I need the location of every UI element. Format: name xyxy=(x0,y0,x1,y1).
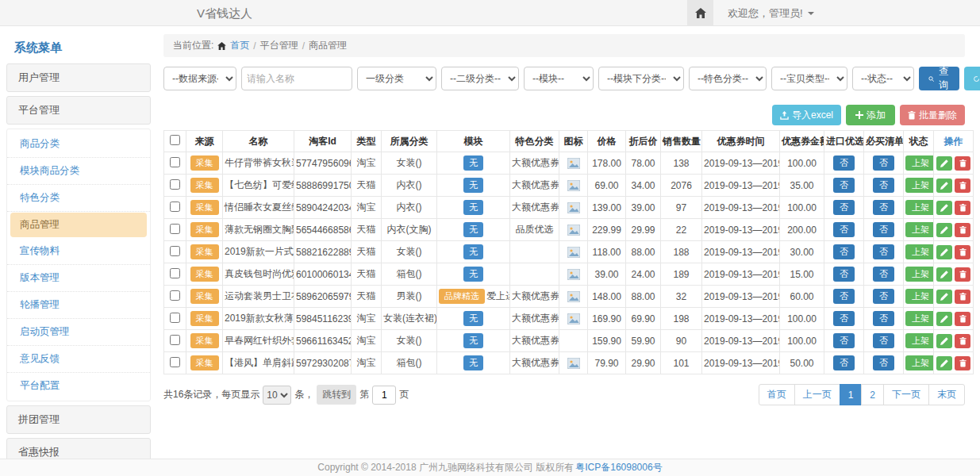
import-select-toggle[interactable]: 否 xyxy=(833,222,855,237)
delete-button[interactable] xyxy=(955,178,970,193)
status-on-shelf-button[interactable]: 上架 xyxy=(905,311,934,326)
per-page-select[interactable]: 10 xyxy=(263,386,291,405)
home-button[interactable] xyxy=(687,0,713,26)
sidebar-item[interactable]: 启动页管理 xyxy=(7,319,150,346)
status-on-shelf-button[interactable]: 上架 xyxy=(905,244,934,259)
add-button[interactable]: 添加 xyxy=(846,105,895,125)
page-button-2[interactable]: 2 xyxy=(861,384,884,405)
must-buy-toggle[interactable]: 否 xyxy=(873,222,894,237)
must-buy-toggle[interactable]: 否 xyxy=(873,178,894,193)
page-button-末页[interactable]: 末页 xyxy=(928,384,965,405)
status-on-shelf-button[interactable]: 上架 xyxy=(905,289,934,304)
must-buy-toggle[interactable]: 否 xyxy=(873,333,894,348)
search-button[interactable]: 查询 xyxy=(919,67,959,90)
page-button-下一页[interactable]: 下一页 xyxy=(883,384,929,405)
sidebar-item[interactable]: 特色分类 xyxy=(7,185,150,212)
sidebar-group[interactable]: 平台管理 xyxy=(6,96,151,125)
batch-delete-button[interactable]: 批量删除 xyxy=(900,105,965,125)
edit-button[interactable] xyxy=(936,178,952,193)
edit-button[interactable] xyxy=(936,312,952,326)
edit-button[interactable] xyxy=(936,223,952,237)
breadcrumb-home-link[interactable]: 首页 xyxy=(230,39,249,52)
status-on-shelf-button[interactable]: 上架 xyxy=(905,155,934,171)
import-select-toggle[interactable]: 否 xyxy=(833,289,855,304)
level1-category-select[interactable]: 一级分类 xyxy=(357,67,436,90)
sidebar-item-active[interactable]: 商品管理 xyxy=(10,213,147,237)
module-sub-category-select[interactable]: --模块下分类-- xyxy=(598,67,684,90)
import-select-toggle[interactable]: 否 xyxy=(833,355,855,370)
import-select-toggle[interactable]: 否 xyxy=(833,267,855,282)
row-checkbox[interactable] xyxy=(170,157,180,167)
module-select[interactable]: --模块-- xyxy=(524,67,594,90)
row-checkbox[interactable] xyxy=(170,246,180,256)
user-menu[interactable]: 欢迎您，管理员! xyxy=(728,0,814,26)
import-select-toggle[interactable]: 否 xyxy=(833,333,855,348)
delete-button[interactable] xyxy=(955,312,970,326)
row-checkbox[interactable] xyxy=(170,290,180,301)
row-checkbox[interactable] xyxy=(170,202,180,212)
import-select-toggle[interactable]: 否 xyxy=(833,244,855,259)
sidebar-item[interactable]: 轮播管理 xyxy=(7,292,150,319)
status-select[interactable]: --状态-- xyxy=(852,67,914,90)
must-buy-toggle[interactable]: 否 xyxy=(873,289,894,304)
must-buy-toggle[interactable]: 否 xyxy=(873,267,894,282)
status-on-shelf-button[interactable]: 上架 xyxy=(905,200,934,215)
delete-button[interactable] xyxy=(955,156,970,171)
import-select-toggle[interactable]: 否 xyxy=(833,311,855,326)
jump-button[interactable]: 跳转到 xyxy=(317,385,356,405)
row-checkbox[interactable] xyxy=(170,335,180,345)
status-on-shelf-button[interactable]: 上架 xyxy=(905,333,934,348)
delete-button[interactable] xyxy=(955,201,970,215)
delete-button[interactable] xyxy=(955,245,970,259)
edit-button[interactable] xyxy=(936,356,952,370)
select-all-checkbox[interactable] xyxy=(170,135,180,145)
page-number-input[interactable] xyxy=(372,386,396,405)
sidebar-group[interactable]: 拼团管理 xyxy=(6,405,151,434)
row-checkbox[interactable] xyxy=(170,268,180,278)
row-checkbox[interactable] xyxy=(170,224,180,234)
sidebar-item[interactable]: 平台配置 xyxy=(7,373,150,399)
level2-category-select[interactable]: --二级分类-- xyxy=(441,67,519,90)
delete-button[interactable] xyxy=(955,267,970,282)
edit-button[interactable] xyxy=(936,267,952,282)
page-button-上一页[interactable]: 上一页 xyxy=(794,384,840,405)
must-buy-toggle[interactable]: 否 xyxy=(873,155,894,171)
status-on-shelf-button[interactable]: 上架 xyxy=(905,355,934,370)
status-on-shelf-button[interactable]: 上架 xyxy=(905,267,934,282)
status-on-shelf-button[interactable]: 上架 xyxy=(905,222,934,237)
data-source-select[interactable]: --数据来源-- xyxy=(163,67,236,90)
must-buy-toggle[interactable]: 否 xyxy=(873,244,894,259)
sidebar-item[interactable]: 版本管理 xyxy=(7,265,150,292)
sidebar-item[interactable]: 商品分类 xyxy=(7,131,150,158)
import-select-toggle[interactable]: 否 xyxy=(833,178,855,193)
item-type-select[interactable]: --宝贝类型-- xyxy=(771,67,847,90)
sidebar-group[interactable]: 用户管理 xyxy=(6,63,151,92)
edit-button[interactable] xyxy=(936,201,952,215)
sidebar-item[interactable]: 意见反馈 xyxy=(7,346,150,373)
edit-button[interactable] xyxy=(936,290,952,304)
import-excel-button[interactable]: 导入excel xyxy=(772,105,841,125)
delete-button[interactable] xyxy=(955,334,970,348)
sidebar-item[interactable]: 宣传物料 xyxy=(7,238,150,265)
row-checkbox[interactable] xyxy=(170,357,180,367)
icp-link[interactable]: 粤ICP备16098006号 xyxy=(575,461,662,474)
page-button-1[interactable]: 1 xyxy=(840,384,863,405)
must-buy-toggle[interactable]: 否 xyxy=(873,200,894,215)
edit-button[interactable] xyxy=(936,156,952,171)
delete-button[interactable] xyxy=(955,356,970,370)
import-select-toggle[interactable]: 否 xyxy=(833,155,855,171)
status-on-shelf-button[interactable]: 上架 xyxy=(905,178,934,193)
edit-button[interactable] xyxy=(936,334,952,348)
reset-button[interactable]: 重置 xyxy=(964,67,980,90)
feature-category-select[interactable]: --特色分类-- xyxy=(689,67,767,90)
must-buy-toggle[interactable]: 否 xyxy=(873,355,894,370)
name-input[interactable] xyxy=(241,67,352,90)
page-button-首页[interactable]: 首页 xyxy=(759,384,795,405)
row-checkbox[interactable] xyxy=(170,313,180,323)
must-buy-toggle[interactable]: 否 xyxy=(873,311,894,326)
import-select-toggle[interactable]: 否 xyxy=(833,200,855,215)
sidebar-group[interactable]: 省惠快报 xyxy=(6,438,151,459)
delete-button[interactable] xyxy=(955,290,970,304)
sidebar-item[interactable]: 模块商品分类 xyxy=(7,158,150,185)
row-checkbox[interactable] xyxy=(170,179,180,190)
